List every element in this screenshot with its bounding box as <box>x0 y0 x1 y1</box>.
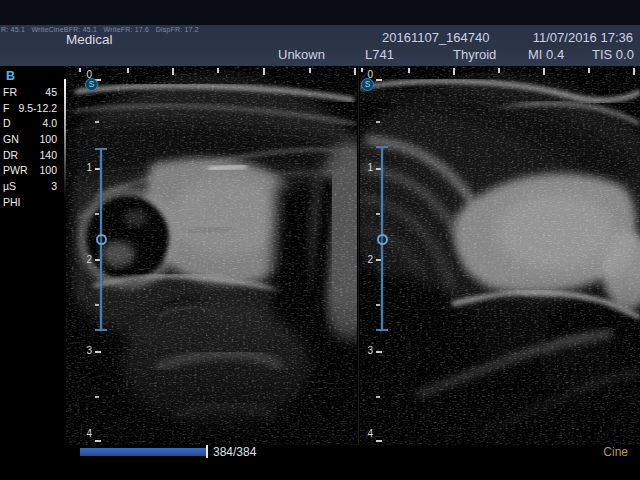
facility-name: Medical <box>66 32 113 47</box>
mi-value: MI 0.4 <box>528 47 564 62</box>
cine-progress-bar[interactable] <box>80 448 206 456</box>
param-label: PWR <box>3 164 28 177</box>
exam-preset: Thyroid <box>453 47 496 62</box>
depth-label: 1 <box>74 162 92 174</box>
header-bar: R: 45.1 WriteCineBFR: 45.1 WriteFR: 17.6… <box>0 25 640 66</box>
imaging-parameters-panel: B FR45 F9.5-12.2 D4.0 GN100 DR140 PWR100… <box>0 66 64 445</box>
param-label: FR <box>3 86 17 99</box>
parameter-list: FR45 F9.5-12.2 D4.0 GN100 DR140 PWR100 µ… <box>3 86 57 212</box>
param-value: 100 <box>39 133 57 146</box>
param-label: F <box>3 102 9 115</box>
depth-label: 4 <box>360 428 373 440</box>
patient-name: Unkown <box>278 47 325 62</box>
depth-label: 2 <box>74 254 92 266</box>
date-time: 11/07/2016 17:36 <box>533 30 633 45</box>
param-value: 140 <box>39 149 57 162</box>
probe-model: L741 <box>365 47 394 62</box>
probe-orientation-marker: S <box>85 78 98 91</box>
caliper-handle[interactable] <box>377 234 388 245</box>
caliper-end-bottom <box>95 329 107 331</box>
depth-label: 4 <box>74 428 92 440</box>
ruler-tick <box>588 68 590 73</box>
caliper-handle[interactable] <box>96 234 107 245</box>
us-frame-left[interactable]: 0 1 2 3 4 S <box>66 66 357 445</box>
param-label: µS <box>3 180 16 193</box>
ruler-tick <box>453 68 455 75</box>
param-label: PHI <box>3 196 21 209</box>
ruler-tick <box>498 68 500 73</box>
caliper-end-top <box>376 146 388 148</box>
ruler-tick <box>172 68 174 75</box>
param-row: PHI <box>3 196 57 212</box>
param-row: µS3 <box>3 180 57 196</box>
ultrasound-image-left <box>66 66 357 445</box>
ruler-tick <box>95 396 99 398</box>
param-label: DR <box>3 149 18 162</box>
ruler-tick <box>263 68 265 75</box>
ruler-tick <box>543 68 545 75</box>
ruler-tick <box>633 68 635 75</box>
ultrasound-image-right <box>360 66 640 445</box>
param-row: DR140 <box>3 149 57 165</box>
param-value: 100 <box>39 164 57 177</box>
param-label: D <box>3 117 11 130</box>
ruler-tick <box>376 351 382 353</box>
us-frame-right[interactable]: 0 1 2 3 4 S <box>360 66 640 445</box>
depth-label: 1 <box>360 162 373 174</box>
param-value: 4.0 <box>42 117 57 130</box>
ruler-tick <box>127 68 129 73</box>
caliper-left[interactable] <box>95 148 107 331</box>
ruler-tick <box>408 68 410 73</box>
ruler-tick <box>376 79 382 81</box>
caliper-end-top <box>95 148 107 150</box>
mode-indicator: B <box>6 69 15 83</box>
ruler-tick <box>95 351 101 353</box>
param-row: PWR100 <box>3 164 57 180</box>
param-value: 45 <box>45 86 57 99</box>
caliper-end-bottom <box>376 329 388 331</box>
cine-frame-counter: 384/384 <box>213 445 256 459</box>
cine-mode-label: Cine <box>603 445 628 459</box>
caliper-right[interactable] <box>376 146 388 331</box>
ruler-tick <box>217 68 219 73</box>
param-row: F9.5-12.2 <box>3 102 57 118</box>
param-row: FR45 <box>3 86 57 102</box>
study-id: 20161107_164740 <box>382 30 490 45</box>
param-value: 9.5-12.2 <box>18 102 57 115</box>
probe-orientation-marker: S <box>361 78 374 91</box>
ruler-tick <box>376 121 380 123</box>
param-row: GN100 <box>3 133 57 149</box>
param-label: GN <box>3 133 19 146</box>
ruler-tick <box>95 440 101 442</box>
depth-label: 3 <box>74 345 92 357</box>
depth-label: 2 <box>360 254 373 266</box>
frame-divider <box>358 66 359 445</box>
param-row: D4.0 <box>3 117 57 133</box>
ultrasound-screen: R: 45.1 WriteCineBFR: 45.1 WriteFR: 17.6… <box>0 0 640 480</box>
ruler-tick <box>376 440 382 442</box>
ruler-tick <box>95 121 99 123</box>
ruler-tick <box>354 68 356 75</box>
ruler-tick <box>309 68 311 73</box>
tis-value: TIS 0.0 <box>592 47 634 62</box>
cine-position-marker[interactable] <box>206 445 208 458</box>
top-black-strip <box>0 0 640 25</box>
ruler-tick <box>376 396 380 398</box>
param-value: 3 <box>51 180 57 193</box>
depth-label: 3 <box>360 345 373 357</box>
